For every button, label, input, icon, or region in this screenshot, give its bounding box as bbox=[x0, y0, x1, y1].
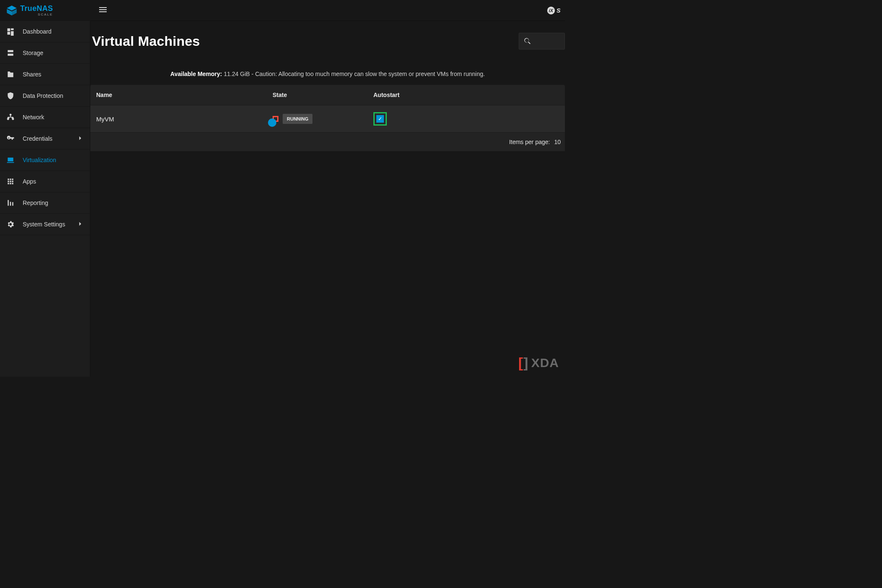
sidebar-item-credentials[interactable]: Credentials bbox=[0, 128, 90, 150]
sidebar: DashboardStorageSharesData ProtectionNet… bbox=[0, 21, 90, 377]
partner-logo: iX s bbox=[546, 6, 561, 15]
sidebar-item-data-protection[interactable]: Data Protection bbox=[0, 85, 90, 107]
svg-text:iX: iX bbox=[549, 8, 554, 13]
sidebar-item-system-settings[interactable]: System Settings bbox=[0, 214, 90, 235]
table-footer: Items per page: 10 bbox=[90, 133, 565, 151]
hamburger-icon bbox=[98, 5, 108, 15]
autostart-checkbox[interactable]: ✓ bbox=[376, 115, 384, 123]
state-badge: RUNNING bbox=[283, 114, 312, 124]
menu-toggle-button[interactable] bbox=[98, 5, 108, 16]
sidebar-item-label: Virtualization bbox=[23, 157, 84, 163]
sidebar-item-label: Dashboard bbox=[23, 28, 84, 35]
sidebar-item-network[interactable]: Network bbox=[0, 107, 90, 128]
memory-warning: - Caution: Allocating too much memory ca… bbox=[252, 71, 485, 77]
sidebar-item-apps[interactable]: Apps bbox=[0, 171, 90, 192]
brand-secondary: NAS bbox=[37, 4, 53, 13]
sidebar-item-label: Shares bbox=[23, 71, 84, 78]
vm-name-cell: MyVM bbox=[90, 105, 267, 133]
col-header-autostart[interactable]: Autostart bbox=[368, 85, 565, 105]
xda-watermark: [] XDA bbox=[518, 354, 559, 371]
truenas-logo-icon bbox=[6, 5, 18, 16]
search-input[interactable] bbox=[519, 33, 565, 50]
apps-icon bbox=[6, 177, 15, 186]
memory-info: Available Memory: 11.24 GiB - Caution: A… bbox=[90, 71, 565, 77]
brand-primary: True bbox=[20, 4, 37, 13]
chevron-right-icon bbox=[76, 134, 84, 143]
brand-logo[interactable]: TrueNAS SCALE bbox=[0, 0, 90, 21]
sidebar-item-label: Reporting bbox=[23, 200, 84, 206]
search-icon bbox=[523, 37, 532, 45]
gear-icon bbox=[6, 220, 15, 228]
sidebar-item-label: System Settings bbox=[23, 221, 69, 228]
sidebar-item-virtualization[interactable]: Virtualization bbox=[0, 150, 90, 171]
col-header-name[interactable]: Name bbox=[90, 85, 267, 105]
sidebar-item-label: Apps bbox=[23, 178, 84, 185]
sidebar-item-label: Credentials bbox=[23, 135, 69, 142]
chevron-right-icon bbox=[76, 220, 84, 229]
sidebar-item-reporting[interactable]: Reporting bbox=[0, 192, 90, 214]
key-icon bbox=[6, 134, 15, 143]
folder-icon bbox=[6, 70, 15, 79]
memory-label: Available Memory: bbox=[171, 71, 222, 77]
col-header-state[interactable]: State bbox=[267, 85, 368, 105]
main-content: Virtual Machines Available Memory: 11.24… bbox=[90, 21, 565, 377]
vm-table: Name State Autostart MyVMRUNNING✓ bbox=[90, 85, 565, 133]
sidebar-item-label: Storage bbox=[23, 50, 84, 56]
table-row[interactable]: MyVMRUNNING✓ bbox=[90, 105, 565, 133]
xda-text: XDA bbox=[531, 356, 559, 370]
page-title: Virtual Machines bbox=[92, 34, 200, 49]
xda-brackets-icon: [] bbox=[518, 354, 529, 371]
vm-table-body: MyVMRUNNING✓ bbox=[90, 105, 565, 133]
shield-icon bbox=[6, 92, 15, 100]
ix-icon: iX bbox=[546, 6, 556, 15]
items-per-page-label: Items per page: bbox=[509, 139, 550, 145]
dashboard-icon bbox=[6, 27, 15, 36]
sidebar-item-label: Data Protection bbox=[23, 92, 84, 99]
memory-value: 11.24 GiB bbox=[224, 71, 250, 77]
sidebar-item-label: Network bbox=[23, 114, 84, 121]
topbar: TrueNAS SCALE iX s bbox=[0, 0, 565, 21]
sidebar-item-dashboard[interactable]: Dashboard bbox=[0, 21, 90, 42]
sidebar-item-shares[interactable]: Shares bbox=[0, 64, 90, 85]
laptop-icon bbox=[6, 156, 15, 164]
chart-icon bbox=[6, 199, 15, 207]
items-per-page-value[interactable]: 10 bbox=[554, 139, 561, 145]
sidebar-item-storage[interactable]: Storage bbox=[0, 42, 90, 64]
vm-table-card: Name State Autostart MyVMRUNNING✓ Items … bbox=[90, 85, 565, 151]
storage-icon bbox=[6, 49, 15, 57]
network-icon bbox=[6, 113, 15, 121]
brand-sub: SCALE bbox=[38, 13, 53, 16]
svg-marker-0 bbox=[7, 5, 16, 10]
